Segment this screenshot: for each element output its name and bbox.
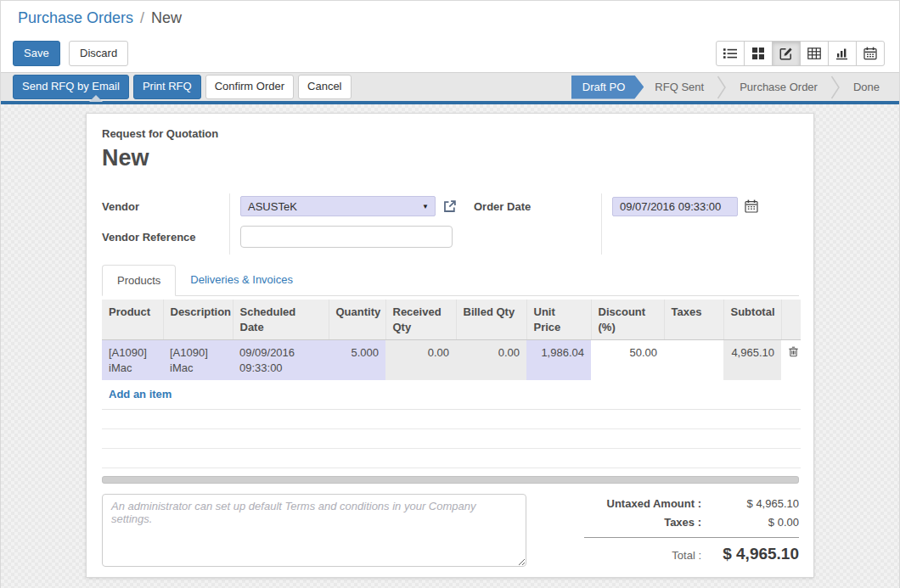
status-step-rfq-sent[interactable]: RFQ Sent bbox=[644, 76, 715, 99]
kanban-view-button[interactable] bbox=[744, 41, 773, 66]
list-view-icon bbox=[723, 47, 737, 60]
calendar-view-button[interactable] bbox=[856, 41, 885, 66]
delete-line-button[interactable] bbox=[781, 340, 801, 381]
status-step-purchase-order[interactable]: Purchase Order bbox=[728, 76, 829, 99]
pivot-view-button[interactable] bbox=[800, 41, 829, 66]
table-row: [A1090] iMac [A1090] iMac 09/09/2016 09:… bbox=[102, 340, 801, 381]
col-header-billed-qty: Billed Qty bbox=[456, 300, 526, 340]
action-bar: Send RFQ by Email Print RFQ Confirm Orde… bbox=[1, 72, 899, 101]
view-switcher bbox=[716, 41, 885, 66]
col-header-scheduled-date: Scheduled Date bbox=[233, 300, 329, 340]
vendor-value: ASUSTeK bbox=[248, 200, 297, 213]
document-type-label: Request for Quotation bbox=[102, 127, 799, 140]
status-step-label: Draft PO bbox=[582, 81, 626, 93]
confirm-order-button[interactable]: Confirm Order bbox=[205, 75, 294, 99]
sheet-bottom-divider bbox=[102, 578, 799, 579]
open-vendor-record-button[interactable] bbox=[442, 199, 457, 214]
cell-discount[interactable]: 50.00 bbox=[591, 340, 664, 381]
cell-description[interactable]: [A1090] iMac bbox=[163, 340, 233, 381]
cell-quantity[interactable]: 5.000 bbox=[329, 340, 385, 381]
total-value: $ 4,965.10 bbox=[701, 545, 799, 563]
status-step-label: Done bbox=[853, 81, 880, 93]
chevron-right-icon bbox=[717, 75, 727, 100]
calendar-icon bbox=[745, 199, 758, 213]
empty-row bbox=[102, 409, 801, 428]
cell-product[interactable]: [A1090] iMac bbox=[102, 340, 163, 381]
tab-products[interactable]: Products bbox=[102, 265, 176, 296]
taxes-value: $ 0.00 bbox=[701, 516, 799, 529]
order-lines-table: Product Description Scheduled Date Quant… bbox=[102, 300, 801, 468]
table-horizontal-scrollbar[interactable] bbox=[102, 476, 799, 484]
right-field-group: Order Date 09/07/2016 09:33:00 bbox=[457, 193, 799, 255]
cell-billed-qty: 0.00 bbox=[456, 340, 526, 381]
discard-button[interactable]: Discard bbox=[69, 41, 128, 67]
form-view-background: Request for Quotation New Vendor Vendor … bbox=[1, 104, 899, 588]
order-date-label: Order Date bbox=[474, 193, 601, 219]
col-header-taxes: Taxes bbox=[664, 300, 723, 340]
cell-scheduled-date[interactable]: 09/09/2016 09:33:00 bbox=[233, 340, 329, 381]
untaxed-amount-label: Untaxed Amount : bbox=[607, 497, 701, 510]
status-step-label: RFQ Sent bbox=[655, 81, 704, 93]
form-sheet: Request for Quotation New Vendor Vendor … bbox=[86, 113, 814, 578]
external-link-icon bbox=[442, 199, 457, 214]
left-field-group: Vendor Vendor Reference ASUSTeK ▼ bbox=[102, 193, 457, 255]
status-bar: Draft PO RFQ Sent Purchase Order Done bbox=[571, 75, 891, 100]
totals-panel: Untaxed Amount : $ 4,965.10 Taxes : $ 0.… bbox=[526, 494, 799, 569]
cancel-button[interactable]: Cancel bbox=[298, 75, 351, 99]
vendor-label: Vendor bbox=[102, 193, 229, 219]
pivot-view-icon bbox=[807, 47, 821, 60]
breadcrumb-separator: / bbox=[140, 9, 144, 27]
kanban-view-icon bbox=[752, 48, 764, 59]
breadcrumb-parent-link[interactable]: Purchase Orders bbox=[18, 9, 133, 27]
empty-row bbox=[102, 428, 801, 448]
taxes-label: Taxes : bbox=[664, 516, 701, 529]
untaxed-amount-value: $ 4,965.10 bbox=[701, 497, 799, 510]
vendor-select[interactable]: ASUSTeK ▼ bbox=[240, 196, 436, 216]
status-step-label: Purchase Order bbox=[740, 81, 818, 93]
add-an-item-link[interactable]: Add an item bbox=[102, 380, 801, 409]
status-step-done[interactable]: Done bbox=[842, 76, 891, 99]
print-rfq-button[interactable]: Print RFQ bbox=[133, 75, 201, 99]
table-header-row: Product Description Scheduled Date Quant… bbox=[102, 300, 801, 340]
status-step-draft-po[interactable]: Draft PO bbox=[571, 76, 644, 99]
control-panel: Save Discard bbox=[1, 35, 899, 72]
form-view-icon bbox=[779, 47, 793, 60]
app-window: Purchase Orders / New Save Discard bbox=[0, 0, 900, 588]
workflow-buttons: Send RFQ by Email Print RFQ Confirm Orde… bbox=[13, 75, 356, 99]
col-header-unit-price: Unit Price bbox=[526, 300, 591, 340]
vendor-reference-label: Vendor Reference bbox=[102, 224, 229, 249]
header-fields: Vendor Vendor Reference ASUSTeK ▼ bbox=[102, 193, 799, 255]
total-label: Total : bbox=[672, 549, 701, 562]
totals-divider bbox=[584, 537, 799, 538]
cell-subtotal: 4,965.10 bbox=[723, 340, 781, 381]
list-view-button[interactable] bbox=[716, 41, 745, 66]
save-button[interactable]: Save bbox=[13, 41, 60, 67]
cell-unit-price[interactable]: 1,986.04 bbox=[526, 340, 591, 381]
breadcrumb: Purchase Orders / New bbox=[1, 1, 899, 35]
order-date-input[interactable]: 09/07/2016 09:33:00 bbox=[612, 197, 738, 216]
col-header-quantity: Quantity bbox=[329, 300, 385, 340]
tab-deliveries-invoices[interactable]: Deliveries & Invoices bbox=[176, 265, 307, 296]
page-title: New bbox=[102, 145, 799, 171]
vendor-reference-input[interactable] bbox=[240, 226, 453, 248]
chevron-right-icon bbox=[830, 75, 841, 100]
trash-icon bbox=[788, 345, 799, 358]
empty-row bbox=[102, 448, 801, 468]
col-header-discount: Discount (%) bbox=[591, 300, 664, 340]
col-header-actions bbox=[781, 300, 801, 340]
add-item-row: Add an item bbox=[102, 380, 801, 409]
graph-view-icon bbox=[835, 47, 849, 60]
open-datepicker-button[interactable] bbox=[745, 199, 758, 213]
calendar-view-icon bbox=[863, 47, 877, 60]
send-rfq-by-email-button[interactable]: Send RFQ by Email bbox=[13, 75, 129, 99]
col-header-description: Description bbox=[163, 300, 233, 340]
active-button-pointer-icon bbox=[89, 95, 103, 102]
form-view-button[interactable] bbox=[772, 41, 801, 66]
order-date-value: 09/07/2016 09:33:00 bbox=[620, 200, 721, 213]
graph-view-button[interactable] bbox=[828, 41, 857, 66]
record-buttons: Save Discard bbox=[13, 41, 128, 67]
terms-conditions-textarea[interactable] bbox=[102, 494, 526, 567]
scrollbar-thumb[interactable] bbox=[102, 476, 799, 484]
cell-taxes[interactable] bbox=[664, 340, 723, 381]
sheet-footer: Untaxed Amount : $ 4,965.10 Taxes : $ 0.… bbox=[102, 494, 799, 569]
